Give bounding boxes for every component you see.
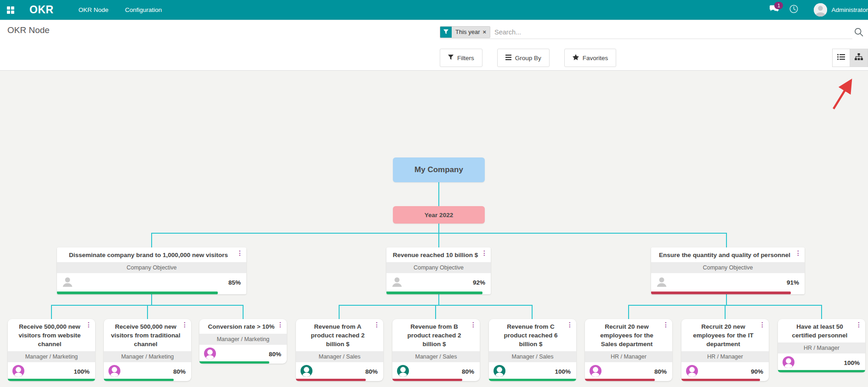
app-brand: OKR — [29, 4, 54, 16]
key-result-card[interactable]: Have at least 50 certified personnel⋮ HR… — [778, 319, 865, 372]
progress-bar — [585, 379, 655, 381]
kebab-menu-icon[interactable]: ⋮ — [182, 321, 188, 328]
user-avatar-icon — [686, 365, 698, 379]
tree-connector — [51, 305, 52, 319]
breadcrumb-page-title: OKR Node — [7, 25, 50, 35]
favorites-button[interactable]: Favorites — [564, 49, 617, 67]
user-avatar-icon — [783, 356, 794, 370]
card-footer: 90% — [681, 362, 769, 381]
card-title: Conversion rate > 10%⋮ — [199, 319, 287, 334]
card-department: Manager / Marketing — [104, 351, 191, 362]
card-footer: 100% — [489, 362, 576, 381]
view-switcher — [832, 49, 868, 67]
apps-grid-icon — [7, 6, 14, 14]
card-footer: 100% — [778, 353, 865, 372]
key-result-card[interactable]: Revenue from B product reached 2 billion… — [392, 319, 480, 381]
card-footer: 80% — [585, 362, 672, 381]
progress-percent: 100% — [555, 368, 571, 375]
card-footer: 92% — [386, 273, 491, 292]
progress-percent: 80% — [365, 368, 378, 375]
tree-connector — [438, 224, 439, 233]
card-footer: 80% — [296, 362, 383, 381]
progress-percent: 80% — [269, 351, 281, 358]
card-department: Manager / Sales — [489, 351, 576, 362]
search-facet-this-year[interactable]: This year × — [440, 26, 490, 38]
progress-bar — [386, 292, 482, 294]
tree-connector — [243, 305, 244, 319]
search-bar[interactable]: This year × Search... — [440, 26, 852, 39]
card-title: Have at least 50 certified personnel⋮ — [778, 319, 865, 342]
key-result-card[interactable]: Conversion rate > 10%⋮ Manager / Marketi… — [199, 319, 287, 364]
hierarchy-view: My Company Year 2022 Disseminate company… — [0, 71, 868, 387]
card-footer: 100% — [8, 362, 95, 381]
tree-connector — [438, 182, 439, 206]
kebab-menu-icon[interactable]: ⋮ — [85, 321, 92, 328]
tree-connector — [438, 294, 439, 305]
kebab-menu-icon[interactable]: ⋮ — [856, 321, 862, 328]
menu-okr-node[interactable]: OKR Node — [72, 0, 115, 20]
progress-bar — [681, 379, 760, 381]
tree-connector — [151, 294, 152, 305]
key-result-card[interactable]: Receive 500,000 new visitors from websit… — [8, 319, 95, 381]
progress-percent: 100% — [74, 368, 90, 375]
kebab-menu-icon[interactable]: ⋮ — [663, 321, 669, 328]
search-icon[interactable] — [854, 28, 863, 39]
card-title: Revenue from B product reached 2 billion… — [392, 319, 480, 351]
progress-bar — [104, 379, 174, 381]
card-department: Manager / Marketing — [8, 351, 95, 362]
kebab-menu-icon[interactable]: ⋮ — [470, 321, 477, 328]
clock-icon — [789, 5, 798, 15]
key-result-card[interactable]: Revenue from A product reached 2 billion… — [296, 319, 383, 381]
objective-card[interactable]: Disseminate company brand to 1,000,000 n… — [57, 247, 246, 294]
company-node[interactable]: My Company — [393, 157, 485, 182]
tree-connector — [339, 305, 340, 319]
kebab-menu-icon[interactable]: ⋮ — [795, 250, 801, 256]
kebab-menu-icon[interactable]: ⋮ — [237, 250, 243, 256]
key-result-card[interactable]: Recruit 20 new employees for the IT depa… — [681, 319, 769, 381]
kebab-menu-icon[interactable]: ⋮ — [481, 250, 488, 256]
group-by-button[interactable]: Group By — [497, 49, 550, 67]
menu-configuration[interactable]: Configuration — [119, 0, 168, 20]
kebab-menu-icon[interactable]: ⋮ — [567, 321, 573, 328]
hierarchy-view-icon — [855, 53, 863, 62]
card-footer: 80% — [104, 362, 191, 381]
user-avatar-icon — [590, 365, 601, 379]
messages-button[interactable]: 1 — [765, 0, 783, 20]
search-options: Filters Group By Favorites — [440, 49, 616, 67]
progress-bar — [296, 379, 366, 381]
card-type: Company Objective — [386, 262, 491, 273]
navbar-right: 1 Administrator — [765, 0, 868, 20]
card-department: HR / Manager — [681, 351, 769, 362]
control-panel: OKR Node This year × Search... Filters — [0, 20, 868, 71]
key-result-card[interactable]: Revenue from C product reached 6 billion… — [489, 319, 576, 381]
objective-card[interactable]: Ensure the quantity and quality of perso… — [651, 247, 805, 294]
card-type: Company Objective — [651, 262, 805, 273]
kebab-menu-icon[interactable]: ⋮ — [759, 321, 766, 328]
user-avatar-icon — [204, 348, 216, 361]
filters-button[interactable]: Filters — [440, 49, 482, 67]
facet-remove-icon[interactable]: × — [482, 28, 486, 35]
kebab-menu-icon[interactable]: ⋮ — [277, 321, 284, 328]
activities-button[interactable] — [783, 0, 804, 20]
tree-connector — [438, 233, 439, 247]
card-title: Revenue from A product reached 2 billion… — [296, 319, 383, 351]
key-result-card[interactable]: Recruit 20 new employees for the Sales d… — [585, 319, 672, 381]
progress-percent: 80% — [462, 368, 474, 375]
progress-percent: 90% — [751, 368, 763, 375]
period-node-label: Year 2022 — [425, 212, 453, 219]
objective-card[interactable]: Revenue reached 10 billion $ ⋮ Company O… — [386, 247, 491, 294]
list-view-button[interactable] — [832, 49, 850, 67]
tree-connector — [532, 305, 533, 319]
nav-menu: OKR Node Configuration — [72, 0, 169, 20]
user-avatar-icon — [494, 365, 505, 379]
search-input[interactable]: Search... — [494, 28, 521, 36]
hierarchy-view-button[interactable] — [850, 49, 868, 67]
key-result-card[interactable]: Receive 500,000 new visitors from tradit… — [104, 319, 191, 381]
user-avatar-icon — [397, 365, 409, 379]
period-node[interactable]: Year 2022 — [393, 206, 485, 224]
facet-filter-icon — [440, 27, 452, 38]
user-menu[interactable]: Administrator — [814, 3, 868, 17]
apps-menu-button[interactable] — [0, 0, 21, 20]
tree-connector — [151, 233, 152, 247]
kebab-menu-icon[interactable]: ⋮ — [374, 321, 380, 328]
